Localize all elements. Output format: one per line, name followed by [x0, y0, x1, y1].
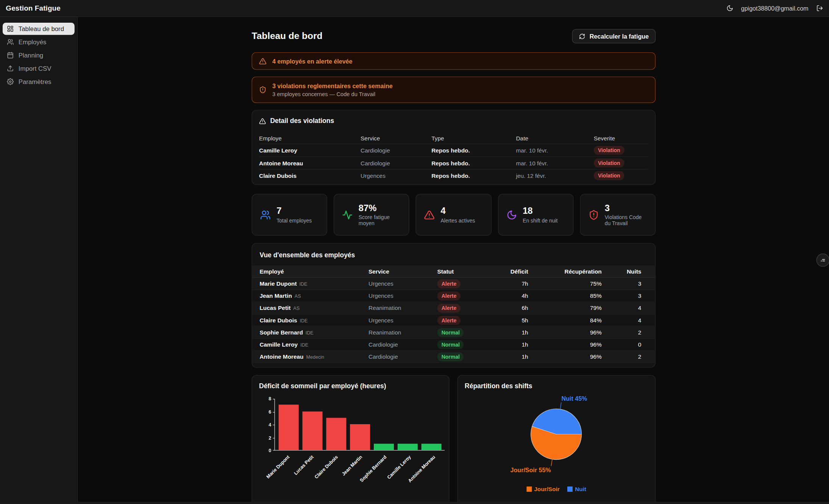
bar-chart-title: Déficit de sommeil par employé (heures) [259, 383, 442, 390]
app-title: Gestion Fatigue [6, 4, 61, 12]
pie-chart-title: Répartition des shifts [465, 383, 648, 390]
high-alert-banner: 4 employés en alerte élevée [252, 52, 656, 70]
high-alert-text: 4 employés en alerte élevée [272, 58, 353, 64]
pie-chart: Jour/Soir 55%Nuit 45% Jour/SoirNuit [465, 394, 648, 492]
users-icon [7, 39, 14, 45]
status-badge: Normal [437, 352, 464, 361]
topbar-right: gpigot38800@gmail.com [726, 5, 823, 12]
bar-antoine-moreau [421, 443, 441, 450]
logout-button[interactable] [816, 5, 823, 12]
role-tag: IDE [300, 282, 308, 287]
pie-legend: Jour/SoirNuit [465, 486, 648, 492]
overview-table: Employé Service Statut Déficit Récupérat… [252, 266, 655, 363]
stat-card-active-alerts: 4 Alertes actives [416, 194, 492, 235]
table-row: Antoine MoreauMedecin Cardiologie Normal… [252, 351, 655, 363]
sidebar-item-label: Tableau de bord [19, 25, 64, 33]
stat-label: Violations Code du Travail [605, 215, 647, 226]
floating-list-button[interactable] [816, 254, 829, 267]
role-tag: AS [293, 306, 300, 311]
violations-card-title: Detail des violations [270, 117, 334, 125]
table-row: Claire Dubois Urgences Repos hebdo. jeu.… [259, 169, 648, 182]
sidebar-item-employes[interactable]: Employés [3, 36, 75, 48]
y-axis-tick: 2 [269, 435, 271, 440]
legend-item: Jour/Soir [527, 486, 560, 492]
bottom-edge [0, 502, 829, 504]
stat-label: Alertes actives [440, 218, 475, 223]
sidebar-item-planning[interactable]: Planning [3, 49, 75, 61]
status-badge: Alerte [437, 316, 461, 325]
activity-icon [342, 210, 353, 220]
status-badge: Violation [594, 171, 624, 180]
legend-label: Jour/Soir [534, 486, 559, 492]
shield-alert-icon [259, 86, 267, 94]
shield-alert-icon [589, 210, 599, 220]
stat-value: 18 [523, 206, 557, 216]
stat-card-code-violations: 3 Violations Code du Travail [580, 194, 656, 235]
role-tag: AS [295, 294, 301, 299]
calendar-icon [7, 52, 14, 59]
bar-jean-martin [350, 424, 370, 450]
role-tag: IDE [306, 330, 314, 336]
stat-value: 4 [440, 206, 475, 216]
stat-value: 7 [276, 206, 312, 216]
sidebar-item-parametres[interactable]: Paramètres [3, 76, 75, 88]
sidebar-item-label: Employés [19, 38, 47, 46]
bar-plot: 02468 [275, 399, 445, 451]
shift-distribution-chart-card: Répartition des shifts Jour/Soir 55%Nuit… [457, 375, 656, 504]
stat-label: Score fatigue moyen [359, 215, 401, 226]
table-row: Camille Leroy Cardiologie Repos hebdo. m… [259, 144, 648, 157]
sidebar-item-label: Import CSV [19, 65, 52, 72]
role-tag: IDE [300, 318, 308, 323]
stat-value: 87% [359, 203, 401, 213]
role-tag: IDE [300, 342, 308, 348]
user-email: gpigot38800@gmail.com [741, 5, 809, 11]
violations-table: Employe Service Type Date Severite Camil… [259, 132, 648, 182]
role-tag: Medecin [306, 355, 324, 360]
status-badge: Normal [437, 340, 464, 349]
table-row: Jean MartinAS Urgences Alerte 4h 85% 3 [252, 290, 655, 302]
bar-chart: 02468 Marie DupontLucas PetitClaire Dubo… [275, 399, 445, 483]
sidebar-item-label: Paramètres [19, 78, 52, 86]
employee-overview-card: Vue d'ensemble des employés Employé Serv… [252, 243, 656, 367]
violations-banner-subtitle: 3 employes concernes — Code du Travail [272, 90, 393, 97]
refresh-icon [579, 33, 585, 39]
theme-toggle-button[interactable] [726, 5, 733, 12]
status-badge: Alerte [437, 291, 461, 300]
y-axis-tick: 8 [269, 396, 271, 401]
legend-label: Nuit [575, 486, 586, 492]
bar-lucas-petit [302, 411, 322, 450]
legend-item: Nuit [568, 486, 586, 492]
table-row: Camille LeroyIDE Cardiologie Normal 1h 9… [252, 339, 655, 351]
y-axis-tick: 0 [269, 448, 271, 453]
list-icon [820, 257, 826, 263]
status-badge: Violation [594, 159, 624, 168]
status-badge: Alerte [437, 303, 461, 313]
sidebar-item-tableau-de-bord[interactable]: Tableau de bord [3, 23, 75, 35]
legend-swatch [568, 487, 573, 492]
pie-svg: Jour/Soir 55%Nuit 45% [465, 394, 648, 485]
sidebar-item-import-csv[interactable]: Import CSV [3, 62, 75, 75]
stat-label: Total employes [276, 218, 312, 223]
y-axis-tick: 6 [269, 409, 271, 414]
alert-triangle-icon [259, 118, 266, 124]
bar-claire-dubois [326, 418, 346, 450]
dashboard-icon [7, 25, 14, 32]
sidebar-item-label: Planning [19, 51, 43, 59]
users-icon [260, 210, 271, 220]
page-title: Tableau de bord [252, 31, 323, 42]
y-axis-tick: 4 [269, 422, 271, 427]
moon-icon [506, 210, 517, 220]
main-area: Tableau de bord Recalculer la fatigue 4 … [78, 17, 829, 504]
bar-xlabels: Marie DupontLucas PetitClaire DuboisJean… [275, 452, 445, 484]
logout-icon [816, 5, 823, 12]
pie-label: Nuit 45% [562, 395, 587, 402]
violations-banner: 3 violations reglementaires cette semain… [252, 76, 656, 103]
upload-icon [7, 65, 14, 72]
table-row: Marie DupontIDE Urgences Alerte 7h 75% 3 [252, 278, 655, 290]
bar-marie-dupont [278, 405, 298, 450]
moon-icon [726, 5, 733, 12]
stat-card-night-shift: 18 En shift de nuit [498, 194, 574, 235]
recalculate-fatigue-button[interactable]: Recalculer la fatigue [572, 29, 656, 44]
violations-table-header: Employe Service Type Date Severite [259, 132, 648, 143]
table-row: Claire DuboisIDE Urgences Alerte 5h 84% … [252, 314, 655, 327]
